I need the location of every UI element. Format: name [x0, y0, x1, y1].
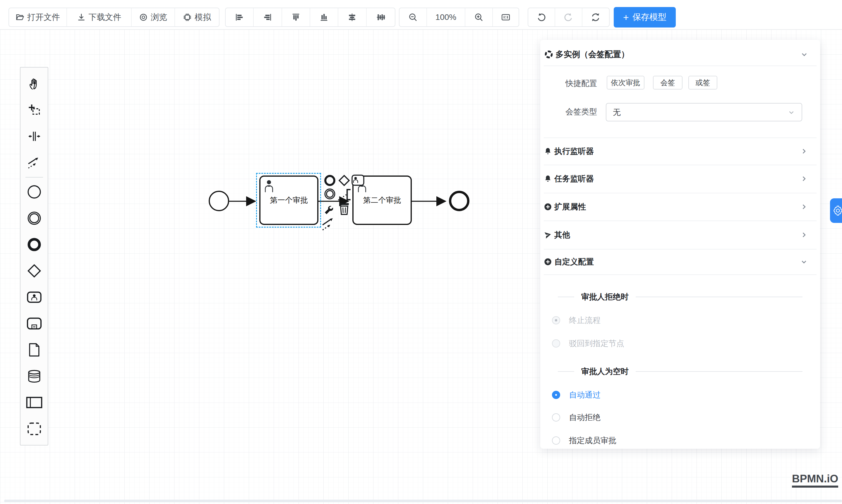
reject-group-title: 审批人拒绝时 — [540, 290, 820, 304]
user-task-first[interactable]: 第一个审批 — [259, 176, 318, 225]
zoom-out-icon — [408, 13, 418, 22]
lasso-tool[interactable] — [20, 97, 48, 123]
create-start-event[interactable] — [20, 179, 48, 205]
open-file-button[interactable]: 打开文件 — [9, 8, 67, 26]
align-center-button[interactable] — [367, 8, 395, 26]
undo-button[interactable] — [528, 8, 555, 26]
refresh-button[interactable] — [582, 8, 609, 26]
plus-circle-icon — [544, 203, 552, 211]
section-task-listener[interactable]: 任务监听器 — [540, 165, 820, 193]
align-toolbar-group — [225, 7, 396, 27]
radio-icon — [552, 413, 560, 421]
countersign-button[interactable]: 会签 — [653, 76, 683, 90]
sequential-approve-button[interactable]: 依次审批 — [607, 76, 645, 90]
radio-label: 自动拒绝 — [569, 412, 600, 423]
preview-button[interactable]: 浏览 — [132, 8, 175, 26]
radio-auto-pass[interactable]: 自动通过 — [552, 388, 600, 402]
simulate-button[interactable]: 模拟 — [175, 8, 219, 26]
create-participant[interactable] — [20, 389, 48, 416]
align-left-button[interactable] — [226, 8, 254, 26]
user-icon — [263, 179, 275, 195]
append-gateway-icon[interactable] — [338, 174, 350, 187]
radio-assign-member[interactable]: 指定成员审批 — [552, 433, 616, 448]
section-custom-config[interactable]: 自定义配置 — [540, 249, 820, 274]
zoom-reset-1to1-icon — [501, 12, 511, 22]
simulate-label: 模拟 — [195, 12, 211, 23]
section-other[interactable]: 其他 — [540, 220, 820, 249]
create-group[interactable] — [20, 416, 48, 442]
chevron-right-icon — [800, 175, 808, 182]
section-execution-listener[interactable]: 执行监听器 — [540, 138, 820, 165]
append-intermediate-event-icon[interactable] — [324, 188, 336, 200]
lasso-icon — [28, 103, 41, 117]
settings-tab[interactable] — [830, 198, 842, 223]
zoom-level-value: 100% — [436, 13, 457, 22]
sign-type-value: 无 — [613, 107, 621, 118]
horizontal-scrollbar[interactable] — [4, 500, 842, 502]
global-connect-tool[interactable] — [20, 149, 48, 176]
create-data-store[interactable] — [20, 363, 48, 389]
participant-icon — [26, 397, 42, 408]
bell-icon — [544, 175, 552, 183]
start-event[interactable] — [209, 191, 229, 211]
align-top-button[interactable] — [282, 8, 310, 26]
bpmn-io-logo[interactable]: BPMN.iO — [792, 473, 838, 488]
section-extended-properties[interactable]: 扩展属性 — [540, 193, 820, 220]
align-bottom-icon — [319, 13, 329, 22]
multi-instance-icon — [544, 50, 553, 59]
change-type-wrench-icon[interactable] — [323, 203, 336, 216]
append-end-event-icon[interactable] — [324, 174, 336, 187]
empty-group-title: 审批人为空时 — [540, 364, 820, 379]
radio-label: 终止流程 — [569, 315, 600, 326]
radio-return-to-node[interactable]: 驳回到指定节点 — [552, 336, 624, 350]
radio-icon — [552, 436, 560, 445]
bpmn-palette — [20, 67, 48, 446]
chip-icon — [183, 13, 192, 22]
create-intermediate-event[interactable] — [20, 205, 48, 231]
align-middle-button[interactable] — [338, 8, 366, 26]
plus-circle-icon — [544, 258, 552, 266]
panel-title: 多实例（会签配置） — [556, 49, 629, 60]
create-data-object[interactable] — [20, 337, 48, 363]
create-end-event[interactable] — [20, 231, 48, 258]
chevron-right-icon — [800, 231, 808, 239]
open-file-label: 打开文件 — [27, 12, 60, 23]
create-subprocess[interactable] — [20, 310, 48, 337]
connect-icon — [27, 156, 41, 170]
intermediate-event-icon — [27, 211, 41, 226]
data-object-icon — [28, 343, 40, 357]
create-user-task[interactable] — [20, 284, 48, 310]
divider — [544, 66, 817, 66]
section-label: 执行监听器 — [554, 146, 594, 157]
section-label: 扩展属性 — [554, 201, 586, 212]
hand-tool[interactable] — [20, 71, 48, 97]
download-icon — [77, 13, 86, 22]
sign-type-select[interactable]: 无 — [606, 103, 802, 121]
zoom-in-button[interactable] — [465, 8, 493, 26]
zoom-reset-button[interactable] — [493, 8, 519, 26]
group-title-text: 审批人为空时 — [581, 366, 629, 377]
or-sign-button[interactable]: 或签 — [688, 76, 717, 90]
radio-terminate-process[interactable]: 终止流程 — [552, 313, 600, 327]
save-model-button[interactable]: + 保存模型 — [614, 7, 676, 28]
append-text-annotation-icon[interactable] — [337, 187, 352, 202]
chevron-down-icon[interactable] — [800, 50, 808, 58]
append-user-task-icon[interactable] — [351, 174, 365, 186]
space-tool[interactable] — [20, 123, 48, 149]
history-toolbar-group — [528, 7, 610, 27]
align-bottom-button[interactable] — [310, 8, 338, 26]
radio-icon — [552, 316, 560, 324]
zoom-out-button[interactable] — [400, 8, 427, 26]
connect-tool-icon[interactable] — [321, 216, 337, 232]
end-event[interactable] — [449, 191, 470, 211]
align-right-button[interactable] — [254, 8, 282, 26]
redo-button[interactable] — [555, 8, 582, 26]
download-file-button[interactable]: 下载文件 — [67, 8, 132, 26]
delete-trash-icon[interactable] — [338, 202, 350, 215]
task-label: 第一个审批 — [270, 195, 308, 205]
align-center-vertical-icon — [376, 13, 385, 22]
radio-auto-reject[interactable]: 自动拒绝 — [552, 410, 600, 425]
create-gateway[interactable] — [20, 258, 48, 284]
send-icon — [544, 231, 552, 239]
panel-header[interactable]: 多实例（会签配置） — [540, 46, 820, 62]
